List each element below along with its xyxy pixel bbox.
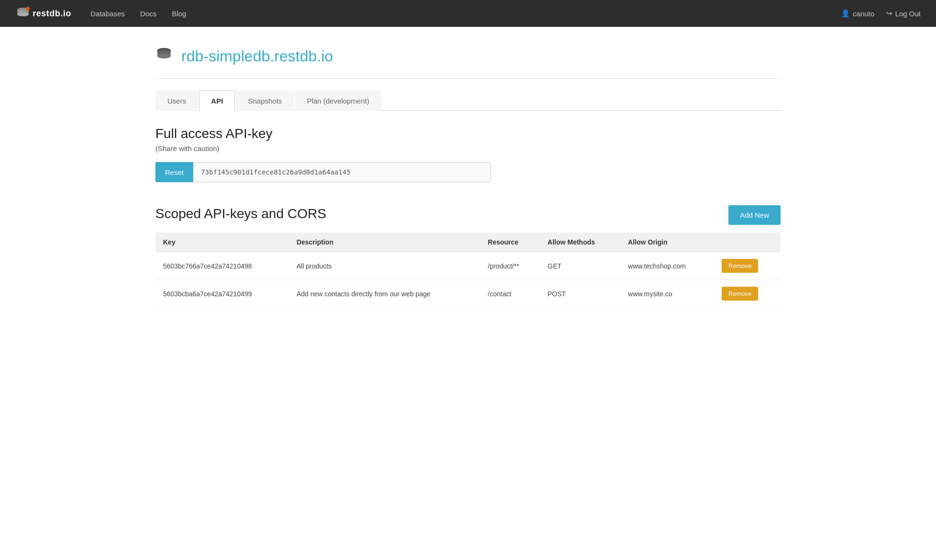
cell-allow-origin: www.mysite.co [620, 280, 714, 308]
nav-links: Databases Docs Blog [91, 10, 841, 18]
nav-link-blog[interactable]: Blog [172, 10, 186, 18]
tab-snapshots[interactable]: Snapshots [236, 91, 294, 111]
cell-resource: /contact [480, 280, 540, 308]
nav-right: 👤 canuto ↪ Log Out [841, 9, 921, 18]
full-access-title: Full access API-key [155, 126, 781, 141]
db-title-icon [155, 46, 173, 67]
svg-point-4 [17, 12, 29, 16]
scoped-title: Scoped API-keys and CORS [155, 206, 326, 222]
brand-name: restdb.io [33, 9, 71, 19]
cell-resource: /product/** [480, 252, 540, 280]
db-title-row: rdb-simpledb.restdb.io [155, 46, 781, 67]
cell-description: Add new contacts directly from our web p… [289, 280, 480, 308]
api-key-input[interactable] [193, 162, 491, 182]
tab-users[interactable]: Users [155, 91, 198, 111]
divider [155, 78, 781, 79]
reset-button[interactable]: Reset [155, 162, 193, 182]
nav-link-docs[interactable]: Docs [140, 10, 156, 18]
col-allow-origin: Allow Origin [620, 233, 714, 252]
table-body: 5603bc766a7ce42a74210498 All products /p… [155, 252, 781, 308]
table-row: 5603bc766a7ce42a74210498 All products /p… [155, 252, 781, 280]
api-table: Key Description Resource Allow Methods A… [155, 233, 781, 308]
cell-allow-methods: POST [540, 280, 620, 308]
cell-allow-methods: GET [540, 252, 620, 280]
nav-link-databases[interactable]: Databases [91, 10, 125, 18]
svg-point-5 [26, 7, 30, 11]
nav-user: 👤 canuto [841, 9, 875, 18]
full-access-subtitle: (Share with caution) [155, 144, 781, 152]
navbar: restdb.io Databases Docs Blog 👤 canuto ↪… [0, 0, 936, 27]
table-row: 5603bcba6a7ce42a74210499 Add new contact… [155, 280, 781, 308]
brand-logo-icon [15, 6, 31, 21]
table-header: Key Description Resource Allow Methods A… [155, 233, 781, 252]
col-key: Key [155, 233, 289, 252]
cell-allow-origin: www.techshop.com [620, 252, 714, 280]
scoped-header: Scoped API-keys and CORS Add New [155, 205, 781, 225]
col-description: Description [289, 233, 480, 252]
cell-action: Remove [714, 252, 781, 280]
logout-button[interactable]: ↪ Log Out [886, 9, 921, 18]
tab-plan[interactable]: Plan (development) [295, 91, 381, 111]
main-content: rdb-simpledb.restdb.io Users API Snapsho… [132, 27, 804, 327]
svg-point-10 [157, 54, 171, 58]
db-title: rdb-simpledb.restdb.io [181, 47, 333, 65]
remove-button[interactable]: Remove [722, 287, 758, 301]
col-allow-methods: Allow Methods [540, 233, 620, 252]
db-stack-icon [155, 46, 173, 63]
user-icon: 👤 [841, 9, 850, 18]
cell-key: 5603bc766a7ce42a74210498 [155, 252, 289, 280]
tab-api[interactable]: API [199, 91, 235, 111]
add-new-button[interactable]: Add New [728, 205, 781, 225]
cell-action: Remove [714, 280, 781, 308]
brand: restdb.io [15, 6, 71, 21]
api-key-row: Reset [155, 162, 491, 182]
logout-label: Log Out [895, 10, 921, 18]
cell-description: All products [289, 252, 480, 280]
col-resource: Resource [480, 233, 540, 252]
nav-username: canuto [853, 10, 875, 18]
col-actions [714, 233, 781, 252]
cell-key: 5603bcba6a7ce42a74210499 [155, 280, 289, 308]
remove-button[interactable]: Remove [722, 259, 758, 273]
tabs: Users API Snapshots Plan (development) [155, 90, 781, 111]
logout-icon: ↪ [886, 9, 892, 18]
